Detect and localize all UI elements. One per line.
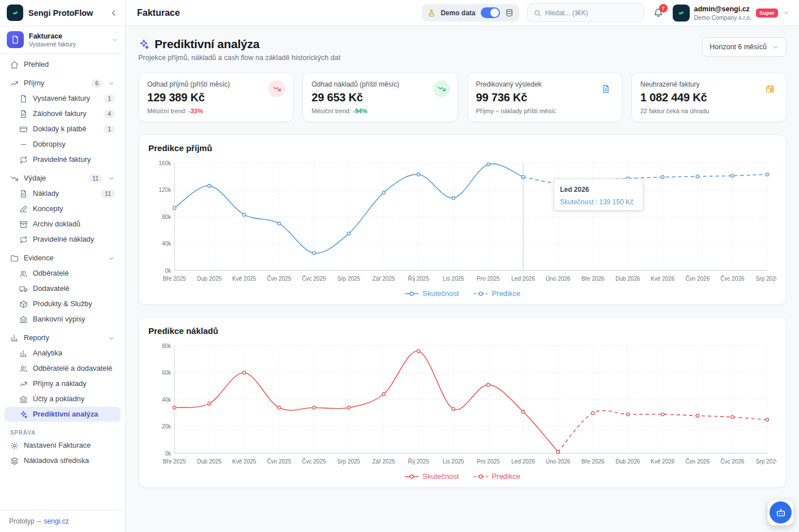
svg-text:Led 2026: Led 2026 xyxy=(511,458,535,465)
sidebar-item-pravidelne-naklady[interactable]: Pravidelné náklady xyxy=(5,232,121,247)
sidebar-header: Sengi ProtoFlow xyxy=(0,0,125,26)
sidebar-item-vystavene-faktury[interactable]: Vystavené faktury1 xyxy=(5,91,121,106)
sidebar-item-label: Koncepty xyxy=(33,204,115,213)
svg-text:0k: 0k xyxy=(165,268,172,274)
svg-text:Úno 2026: Úno 2026 xyxy=(546,458,571,465)
svg-text:160k: 160k xyxy=(159,160,172,166)
sidebar-item-bankovni-vypisy[interactable]: Bankovní výpisy xyxy=(5,312,121,327)
notifications-button[interactable]: 7 xyxy=(653,8,663,18)
svg-text:Led 2026: Led 2026 xyxy=(511,276,535,282)
sidebar-item-archiv-dokladu[interactable]: Archiv dokladů xyxy=(5,217,121,231)
svg-text:Kvě 2025: Kvě 2025 xyxy=(232,458,257,465)
chevron-down-icon xyxy=(108,255,115,262)
svg-text:Čvc 2025: Čvc 2025 xyxy=(302,458,326,465)
sidebar-item-odberatele[interactable]: Odběratelé xyxy=(5,266,121,281)
search-box[interactable] xyxy=(527,3,644,22)
user-email: admin@sengi.cz xyxy=(694,5,752,13)
stat-label: Neuhrazené faktury xyxy=(640,80,777,88)
sidebar-item-dobropisy[interactable]: Dobropisy xyxy=(5,137,121,152)
stat-card-neuhrazene-faktury: Neuhrazené faktury1 082 449 Kč22 faktur … xyxy=(631,72,787,122)
demo-data-toggle[interactable] xyxy=(481,7,500,18)
doc-lines-icon xyxy=(19,190,28,198)
expense-chart[interactable]: 0k20k40k60k80kBře 2025Dub 2025Kvě 2025Čv… xyxy=(148,340,776,468)
income-chart-svg[interactable]: 0k40k80k120k160kBře 2025Dub 2025Kvě 2025… xyxy=(148,157,776,285)
stat-value: 1 082 449 Kč xyxy=(640,91,777,104)
search-input[interactable] xyxy=(545,9,638,17)
sidebar-item-odberatele-a-dodavatele[interactable]: Odběratelé a dodavatelé xyxy=(5,361,121,376)
sidebar-item-zalohove-faktury[interactable]: Zálohové faktury4 xyxy=(5,106,121,121)
sengi-link[interactable]: sengi.cz xyxy=(44,517,69,525)
sidebar-item-koncepty[interactable]: Koncepty xyxy=(5,201,121,216)
chevron-down-icon xyxy=(108,334,115,342)
sidebar-item-vydaje[interactable]: Výdaje11 xyxy=(5,171,121,186)
chart-title: Predikce příjmů xyxy=(148,143,776,153)
sidebar-item-prediktivni-analyza[interactable]: Prediktivní analýza xyxy=(5,407,121,422)
module-selector[interactable]: Fakturace Vystavené faktury xyxy=(0,26,125,54)
count-badge: 4 xyxy=(104,110,115,118)
svg-text:Zář 2025: Zář 2025 xyxy=(372,276,395,282)
sidebar-item-dodavatele[interactable]: Dodavatelé xyxy=(5,281,121,296)
sidebar-item-evidence[interactable]: Evidence xyxy=(5,251,121,265)
stat-label: Odhad příjmů (příští měsíc) xyxy=(147,80,284,88)
chat-robot-icon xyxy=(770,501,792,524)
fakturace-module-icon xyxy=(7,31,24,48)
svg-text:80k: 80k xyxy=(162,343,172,349)
sidebar-item-prehled[interactable]: Přehled xyxy=(5,57,121,72)
sidebar-item-ucty-a-pokladny[interactable]: Účty a pokladny xyxy=(5,392,121,406)
box-icon xyxy=(19,300,28,308)
legend-line-icon xyxy=(473,291,488,297)
legend-item-predikce[interactable]: Predikce xyxy=(473,472,520,480)
sidebar-item-naklady[interactable]: Náklady11 xyxy=(5,186,121,201)
legend-item-skutecnost[interactable]: Skutečnost xyxy=(404,289,459,298)
sidebar: Sengi ProtoFlow Fakturace Vystavené fakt… xyxy=(0,0,126,532)
legend-label: Skutečnost xyxy=(422,472,459,480)
legend-item-skutecnost[interactable]: Skutečnost xyxy=(404,472,459,480)
sidebar-item-nastaveni-fakturace[interactable]: Nastavení Fakturace xyxy=(5,438,121,453)
legend-line-icon xyxy=(404,291,419,297)
sidebar-item-prijmy[interactable]: Příjmy6 xyxy=(5,76,121,91)
minus-icon xyxy=(19,140,28,149)
stat-value: 29 653 Kč xyxy=(311,91,448,104)
expense-prediction-chart-card: Predikce nákladů 0k20k40k60k80kBře 2025D… xyxy=(138,317,787,488)
sidebar-item-analytika[interactable]: Analytika xyxy=(5,346,121,361)
chart-bars-icon xyxy=(19,349,28,358)
chat-widget-button[interactable] xyxy=(767,499,794,526)
sidebar-footer: Prototyp – sengi.cz xyxy=(0,510,125,532)
svg-text:Čvc 2026: Čvc 2026 xyxy=(720,275,745,282)
svg-text:120k: 120k xyxy=(159,187,172,193)
doc-icon xyxy=(19,95,28,103)
svg-text:Led 2026: Led 2026 xyxy=(560,186,589,194)
repeat-icon xyxy=(19,235,28,244)
expense-chart-svg[interactable]: 0k20k40k60k80kBře 2025Dub 2025Kvě 2025Čv… xyxy=(148,340,776,468)
stat-label: Odhad nákladů (příští měsíc) xyxy=(311,80,448,88)
sidebar-collapse-button[interactable] xyxy=(109,8,118,18)
prototype-label: Prototyp xyxy=(9,517,35,525)
horizon-select[interactable]: Horizont 6 měsíců xyxy=(702,37,787,57)
sidebar-item-pravidelne-faktury[interactable]: Pravidelné faktury xyxy=(5,152,121,167)
user-menu[interactable]: admin@sengi.cz Demo Company s.r.o. Super xyxy=(673,5,790,22)
legend-label: Predikce xyxy=(492,472,520,480)
svg-text:Pro 2025: Pro 2025 xyxy=(477,276,500,282)
trend-value: -33% xyxy=(189,108,203,114)
sidebar-item-doklady-k-platbe[interactable]: Doklady k platbě1 xyxy=(5,122,121,136)
sidebar-item-nakladova-strediska[interactable]: Nákladová střediska xyxy=(5,453,121,468)
count-badge: 1 xyxy=(104,95,115,103)
database-icon[interactable] xyxy=(505,8,514,17)
legend-item-predikce[interactable]: Predikce xyxy=(473,289,520,298)
income-chart[interactable]: 0k40k80k120k160kBře 2025Dub 2025Kvě 2025… xyxy=(148,157,776,285)
card-icon xyxy=(19,125,28,134)
sidebar-item-produkty-sluzby[interactable]: Produkty & Služby xyxy=(5,297,121,311)
svg-text:Čvn 2025: Čvn 2025 xyxy=(267,275,291,282)
sidebar-item-label: Produkty & Služby xyxy=(33,299,115,308)
stat-subtext: Příjmy − náklady příští měsíc xyxy=(476,108,613,114)
chart-legend: SkutečnostPredikce xyxy=(148,468,776,483)
sidebar-item-label: Prediktivní analýza xyxy=(33,410,115,419)
sidebar-item-reporty[interactable]: Reporty xyxy=(5,331,121,345)
home-icon xyxy=(10,61,19,69)
sengi-logo-icon xyxy=(677,8,686,18)
app-logo xyxy=(7,5,23,21)
sidebar-item-prijmy-a-naklady[interactable]: Příjmy a náklady xyxy=(5,376,121,391)
chevron-down-icon xyxy=(108,80,115,87)
svg-text:Pro 2025: Pro 2025 xyxy=(477,458,500,465)
svg-text:Říj 2025: Říj 2025 xyxy=(408,275,429,282)
